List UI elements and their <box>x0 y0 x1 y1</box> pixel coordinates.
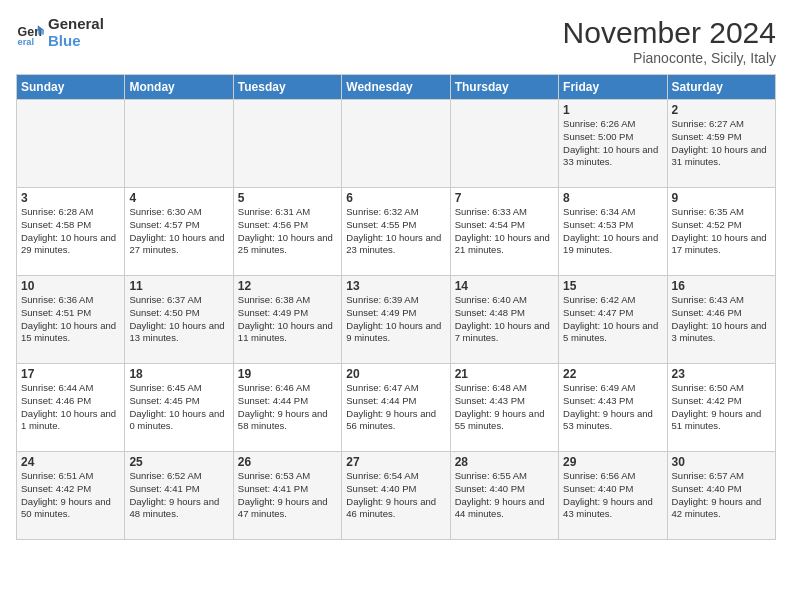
day-number: 4 <box>129 191 228 205</box>
day-info: Sunrise: 6:54 AMSunset: 4:40 PMDaylight:… <box>346 470 445 521</box>
calendar-cell <box>125 100 233 188</box>
calendar-cell: 21Sunrise: 6:48 AMSunset: 4:43 PMDayligh… <box>450 364 558 452</box>
day-number: 11 <box>129 279 228 293</box>
day-info: Sunrise: 6:35 AMSunset: 4:52 PMDaylight:… <box>672 206 771 257</box>
calendar-cell: 24Sunrise: 6:51 AMSunset: 4:42 PMDayligh… <box>17 452 125 540</box>
logo: Gen eral General Blue <box>16 16 104 49</box>
day-number: 17 <box>21 367 120 381</box>
day-info: Sunrise: 6:37 AMSunset: 4:50 PMDaylight:… <box>129 294 228 345</box>
day-info: Sunrise: 6:36 AMSunset: 4:51 PMDaylight:… <box>21 294 120 345</box>
location: Pianoconte, Sicily, Italy <box>563 50 776 66</box>
day-number: 10 <box>21 279 120 293</box>
calendar-cell: 25Sunrise: 6:52 AMSunset: 4:41 PMDayligh… <box>125 452 233 540</box>
calendar-cell: 9Sunrise: 6:35 AMSunset: 4:52 PMDaylight… <box>667 188 775 276</box>
day-number: 14 <box>455 279 554 293</box>
day-number: 27 <box>346 455 445 469</box>
calendar-cell <box>17 100 125 188</box>
calendar-header-row: SundayMondayTuesdayWednesdayThursdayFrid… <box>17 75 776 100</box>
day-info: Sunrise: 6:56 AMSunset: 4:40 PMDaylight:… <box>563 470 662 521</box>
calendar-cell: 27Sunrise: 6:54 AMSunset: 4:40 PMDayligh… <box>342 452 450 540</box>
day-info: Sunrise: 6:31 AMSunset: 4:56 PMDaylight:… <box>238 206 337 257</box>
calendar-cell: 30Sunrise: 6:57 AMSunset: 4:40 PMDayligh… <box>667 452 775 540</box>
day-number: 18 <box>129 367 228 381</box>
day-info: Sunrise: 6:49 AMSunset: 4:43 PMDaylight:… <box>563 382 662 433</box>
day-number: 28 <box>455 455 554 469</box>
day-number: 19 <box>238 367 337 381</box>
day-info: Sunrise: 6:57 AMSunset: 4:40 PMDaylight:… <box>672 470 771 521</box>
calendar-cell: 7Sunrise: 6:33 AMSunset: 4:54 PMDaylight… <box>450 188 558 276</box>
calendar-cell: 8Sunrise: 6:34 AMSunset: 4:53 PMDaylight… <box>559 188 667 276</box>
day-info: Sunrise: 6:39 AMSunset: 4:49 PMDaylight:… <box>346 294 445 345</box>
day-number: 29 <box>563 455 662 469</box>
day-info: Sunrise: 6:43 AMSunset: 4:46 PMDaylight:… <box>672 294 771 345</box>
day-info: Sunrise: 6:48 AMSunset: 4:43 PMDaylight:… <box>455 382 554 433</box>
calendar-cell <box>342 100 450 188</box>
day-number: 5 <box>238 191 337 205</box>
day-info: Sunrise: 6:26 AMSunset: 5:00 PMDaylight:… <box>563 118 662 169</box>
page-header: Gen eral General Blue November 2024 Pian… <box>16 16 776 66</box>
day-number: 1 <box>563 103 662 117</box>
header-monday: Monday <box>125 75 233 100</box>
day-info: Sunrise: 6:27 AMSunset: 4:59 PMDaylight:… <box>672 118 771 169</box>
calendar-cell: 16Sunrise: 6:43 AMSunset: 4:46 PMDayligh… <box>667 276 775 364</box>
calendar-cell: 26Sunrise: 6:53 AMSunset: 4:41 PMDayligh… <box>233 452 341 540</box>
calendar-week-row: 1Sunrise: 6:26 AMSunset: 5:00 PMDaylight… <box>17 100 776 188</box>
day-number: 20 <box>346 367 445 381</box>
logo-line1: General <box>48 16 104 33</box>
day-info: Sunrise: 6:32 AMSunset: 4:55 PMDaylight:… <box>346 206 445 257</box>
calendar-week-row: 17Sunrise: 6:44 AMSunset: 4:46 PMDayligh… <box>17 364 776 452</box>
day-number: 8 <box>563 191 662 205</box>
day-number: 2 <box>672 103 771 117</box>
day-number: 25 <box>129 455 228 469</box>
day-info: Sunrise: 6:40 AMSunset: 4:48 PMDaylight:… <box>455 294 554 345</box>
day-info: Sunrise: 6:52 AMSunset: 4:41 PMDaylight:… <box>129 470 228 521</box>
day-number: 30 <box>672 455 771 469</box>
calendar-cell: 18Sunrise: 6:45 AMSunset: 4:45 PMDayligh… <box>125 364 233 452</box>
calendar-cell: 22Sunrise: 6:49 AMSunset: 4:43 PMDayligh… <box>559 364 667 452</box>
day-number: 13 <box>346 279 445 293</box>
day-info: Sunrise: 6:33 AMSunset: 4:54 PMDaylight:… <box>455 206 554 257</box>
calendar-week-row: 24Sunrise: 6:51 AMSunset: 4:42 PMDayligh… <box>17 452 776 540</box>
day-number: 26 <box>238 455 337 469</box>
calendar-cell: 12Sunrise: 6:38 AMSunset: 4:49 PMDayligh… <box>233 276 341 364</box>
header-sunday: Sunday <box>17 75 125 100</box>
day-info: Sunrise: 6:53 AMSunset: 4:41 PMDaylight:… <box>238 470 337 521</box>
day-number: 9 <box>672 191 771 205</box>
calendar-week-row: 10Sunrise: 6:36 AMSunset: 4:51 PMDayligh… <box>17 276 776 364</box>
day-info: Sunrise: 6:45 AMSunset: 4:45 PMDaylight:… <box>129 382 228 433</box>
calendar-cell: 2Sunrise: 6:27 AMSunset: 4:59 PMDaylight… <box>667 100 775 188</box>
calendar-cell: 3Sunrise: 6:28 AMSunset: 4:58 PMDaylight… <box>17 188 125 276</box>
calendar-week-row: 3Sunrise: 6:28 AMSunset: 4:58 PMDaylight… <box>17 188 776 276</box>
day-info: Sunrise: 6:50 AMSunset: 4:42 PMDaylight:… <box>672 382 771 433</box>
day-info: Sunrise: 6:51 AMSunset: 4:42 PMDaylight:… <box>21 470 120 521</box>
calendar-cell: 17Sunrise: 6:44 AMSunset: 4:46 PMDayligh… <box>17 364 125 452</box>
day-number: 22 <box>563 367 662 381</box>
day-info: Sunrise: 6:34 AMSunset: 4:53 PMDaylight:… <box>563 206 662 257</box>
day-number: 15 <box>563 279 662 293</box>
calendar-cell: 4Sunrise: 6:30 AMSunset: 4:57 PMDaylight… <box>125 188 233 276</box>
day-number: 21 <box>455 367 554 381</box>
day-info: Sunrise: 6:30 AMSunset: 4:57 PMDaylight:… <box>129 206 228 257</box>
calendar-cell: 5Sunrise: 6:31 AMSunset: 4:56 PMDaylight… <box>233 188 341 276</box>
day-info: Sunrise: 6:42 AMSunset: 4:47 PMDaylight:… <box>563 294 662 345</box>
calendar-cell: 29Sunrise: 6:56 AMSunset: 4:40 PMDayligh… <box>559 452 667 540</box>
calendar-cell <box>450 100 558 188</box>
day-info: Sunrise: 6:47 AMSunset: 4:44 PMDaylight:… <box>346 382 445 433</box>
logo-line2: Blue <box>48 33 104 50</box>
calendar-cell: 13Sunrise: 6:39 AMSunset: 4:49 PMDayligh… <box>342 276 450 364</box>
day-info: Sunrise: 6:46 AMSunset: 4:44 PMDaylight:… <box>238 382 337 433</box>
header-tuesday: Tuesday <box>233 75 341 100</box>
day-number: 16 <box>672 279 771 293</box>
calendar-cell: 14Sunrise: 6:40 AMSunset: 4:48 PMDayligh… <box>450 276 558 364</box>
day-number: 23 <box>672 367 771 381</box>
month-title: November 2024 <box>563 16 776 50</box>
calendar-cell: 10Sunrise: 6:36 AMSunset: 4:51 PMDayligh… <box>17 276 125 364</box>
header-saturday: Saturday <box>667 75 775 100</box>
calendar-cell: 20Sunrise: 6:47 AMSunset: 4:44 PMDayligh… <box>342 364 450 452</box>
calendar-table: SundayMondayTuesdayWednesdayThursdayFrid… <box>16 74 776 540</box>
header-wednesday: Wednesday <box>342 75 450 100</box>
calendar-cell: 19Sunrise: 6:46 AMSunset: 4:44 PMDayligh… <box>233 364 341 452</box>
svg-text:eral: eral <box>18 37 35 47</box>
day-number: 3 <box>21 191 120 205</box>
day-info: Sunrise: 6:38 AMSunset: 4:49 PMDaylight:… <box>238 294 337 345</box>
